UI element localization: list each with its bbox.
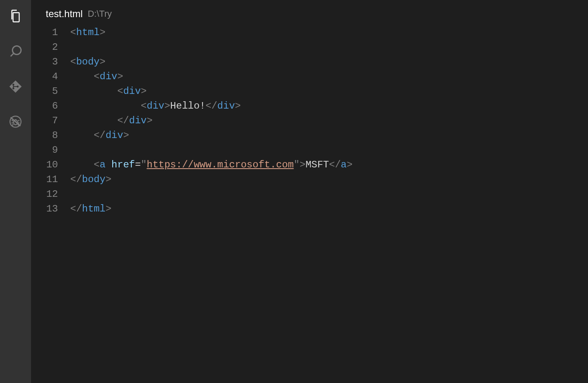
code-line[interactable] bbox=[70, 143, 535, 158]
minimap[interactable] bbox=[535, 25, 588, 216]
line-number: 6 bbox=[31, 99, 58, 114]
line-number: 8 bbox=[31, 128, 58, 143]
activity-bar bbox=[0, 0, 31, 383]
code-line[interactable] bbox=[70, 187, 535, 202]
code-line[interactable]: <html> bbox=[70, 25, 535, 40]
tab-path: D:\Try bbox=[88, 9, 112, 19]
line-number: 11 bbox=[31, 172, 58, 187]
code-line[interactable]: </html> bbox=[70, 202, 535, 216]
line-number: 7 bbox=[31, 114, 58, 128]
code-content[interactable]: <html> <body> <div> <div> <div>Hello!</d… bbox=[70, 25, 535, 216]
code-editor[interactable]: 12345678910111213 <html> <body> <div> <d… bbox=[31, 25, 588, 216]
svg-point-0 bbox=[13, 46, 21, 55]
editor-tab[interactable]: test.html D:\Try bbox=[31, 0, 588, 25]
code-line[interactable]: <div> bbox=[70, 69, 535, 84]
code-line[interactable]: <div> bbox=[70, 84, 535, 99]
editor-group: test.html D:\Try 12345678910111213 <html… bbox=[31, 0, 588, 383]
line-number: 5 bbox=[31, 84, 58, 99]
line-number: 1 bbox=[31, 25, 58, 40]
line-number-gutter: 12345678910111213 bbox=[31, 25, 70, 216]
debug-icon[interactable] bbox=[7, 113, 24, 131]
svg-line-9 bbox=[18, 120, 19, 121]
svg-line-1 bbox=[11, 53, 14, 57]
code-line[interactable] bbox=[70, 40, 535, 55]
line-number: 3 bbox=[31, 55, 58, 69]
explorer-icon[interactable] bbox=[7, 7, 24, 25]
svg-line-12 bbox=[12, 125, 13, 125]
code-line[interactable]: <div>Hello!</div> bbox=[70, 99, 535, 114]
code-line[interactable]: <body> bbox=[70, 55, 535, 69]
svg-point-3 bbox=[12, 87, 14, 89]
line-number: 10 bbox=[31, 158, 58, 172]
line-number: 4 bbox=[31, 69, 58, 84]
tab-filename: test.html bbox=[46, 8, 83, 20]
svg-line-8 bbox=[12, 120, 13, 121]
code-line[interactable]: </div> bbox=[70, 114, 535, 128]
svg-point-2 bbox=[12, 84, 14, 86]
line-number: 2 bbox=[31, 40, 58, 55]
search-icon[interactable] bbox=[7, 42, 24, 60]
code-line[interactable]: </div> bbox=[70, 128, 535, 143]
line-number: 9 bbox=[31, 143, 58, 158]
code-line[interactable]: </body> bbox=[70, 172, 535, 187]
line-number: 13 bbox=[31, 202, 58, 216]
code-line[interactable]: <a href="https://www.microsoft.com">MSFT… bbox=[70, 158, 535, 172]
sourcecontrol-icon[interactable] bbox=[7, 78, 24, 96]
line-number: 12 bbox=[31, 187, 58, 202]
